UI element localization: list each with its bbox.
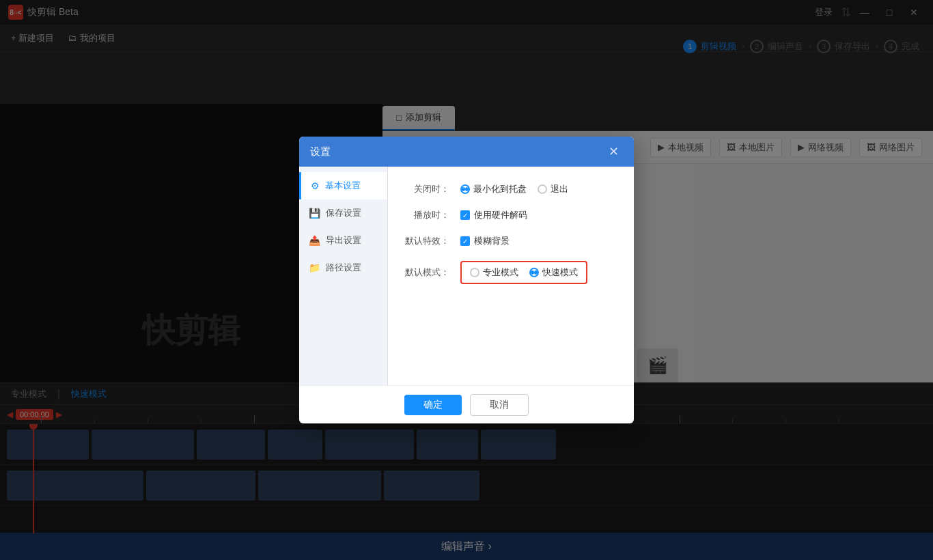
confirm-btn[interactable]: 确定 [404,395,462,415]
hardware-decode-label: 使用硬件解码 [474,209,527,221]
exit-radio[interactable] [538,184,547,194]
sidebar-item-export[interactable]: 📤 导出设置 [299,227,387,254]
professional-mode-option[interactable]: 专业模式 [470,266,518,279]
hardware-decode-checkbox[interactable]: ✓ [460,210,470,220]
modal-body: ⚙ 基本设置 💾 保存设置 📤 导出设置 📁 路径设置 [299,167,634,385]
modal-close-btn[interactable]: ✕ [604,142,623,161]
quick-mode-option[interactable]: 快速模式 [529,266,578,279]
sidebar-save-label: 保存设置 [326,207,361,219]
sidebar-export-label: 导出设置 [326,234,361,247]
modal-content: 关闭时： 最小化到托盘 退出 [388,167,634,385]
hardware-decode-option[interactable]: ✓ 使用硬件解码 [460,209,527,221]
professional-radio[interactable] [470,268,479,277]
minimize-to-tray-option[interactable]: 最小化到托盘 [460,183,527,195]
modal-footer: 确定 取消 [299,385,634,423]
close-label: 关闭时： [402,183,449,195]
settings-modal: 设置 ✕ ⚙ 基本设置 💾 保存设置 📤 导出设置 📁 [299,137,634,423]
gear-icon: ⚙ [311,180,320,191]
modal-header: 设置 ✕ [299,137,634,167]
blur-bg-label: 模糊背景 [474,235,510,247]
minimize-label: 最小化到托盘 [473,183,527,195]
save-icon: 💾 [309,208,320,219]
sidebar-path-label: 路径设置 [326,262,361,274]
modal-sidebar: ⚙ 基本设置 💾 保存设置 📤 导出设置 📁 路径设置 [299,167,388,385]
exit-option[interactable]: 退出 [538,183,568,195]
export-icon: 📤 [309,235,320,246]
sidebar-item-basic[interactable]: ⚙ 基本设置 [299,172,387,199]
sidebar-item-save[interactable]: 💾 保存设置 [299,199,387,227]
mode-label: 默认模式： [402,266,449,279]
close-radio-group: 最小化到托盘 退出 [460,183,568,195]
quick-radio[interactable] [529,268,539,277]
modal-overlay: 设置 ✕ ⚙ 基本设置 💾 保存设置 📤 导出设置 📁 [0,0,933,560]
minimize-radio[interactable] [460,184,470,194]
close-setting-row: 关闭时： 最小化到托盘 退出 [402,183,620,195]
professional-mode-label: 专业模式 [483,266,518,279]
blur-bg-option[interactable]: ✓ 模糊背景 [460,235,510,247]
cancel-btn[interactable]: 取消 [470,394,529,416]
sidebar-item-path[interactable]: 📁 路径设置 [299,254,387,281]
blur-bg-checkbox[interactable]: ✓ [460,236,470,246]
play-label: 播放时： [402,209,449,221]
mode-highlight-box: 专业模式 快速模式 [460,261,587,284]
folder-icon: 📁 [309,262,320,273]
sidebar-basic-label: 基本设置 [325,180,361,192]
play-setting-row: 播放时： ✓ 使用硬件解码 [402,209,620,221]
modal-title: 设置 [310,145,331,158]
effect-setting-row: 默认特效： ✓ 模糊背景 [402,235,620,247]
mode-setting-row: 默认模式： 专业模式 快速模式 [402,261,620,284]
effect-label: 默认特效： [402,235,449,247]
quick-mode-label: 快速模式 [542,266,578,279]
exit-label: 退出 [551,183,568,195]
